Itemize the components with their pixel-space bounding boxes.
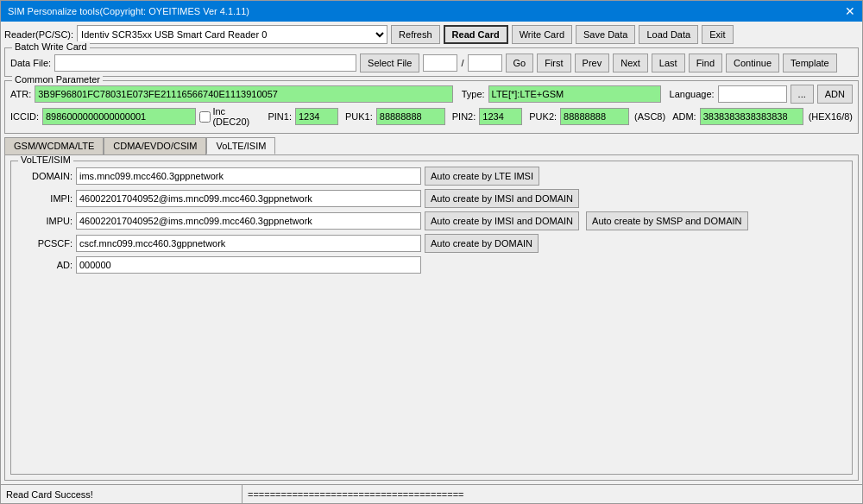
inc-label: Inc (DEC20) xyxy=(212,106,257,127)
find-button[interactable]: Find xyxy=(689,54,722,72)
batch-current[interactable] xyxy=(423,54,457,72)
atr-row: ATR: Type: Language: ... ADN xyxy=(10,85,853,104)
window-title: SIM Personalize tools(Copyright: OYEITIM… xyxy=(8,6,249,16)
hex168-label: (HEX16/8) xyxy=(809,111,853,122)
language-input[interactable] xyxy=(718,85,787,103)
adm-input[interactable] xyxy=(700,108,803,125)
pcscf-row: PCSCF: Auto create by DOMAIN xyxy=(16,234,847,253)
status-left: Read Card Success! xyxy=(1,485,243,503)
batch-write-title: Batch Write Card xyxy=(12,41,90,52)
tab-content: VoLTE/ISIM DOMAIN: Auto create by LTE IM… xyxy=(4,154,859,481)
separator: / xyxy=(461,58,463,68)
refresh-button[interactable]: Refresh xyxy=(391,25,440,44)
go-button[interactable]: Go xyxy=(506,54,534,72)
select-file-button[interactable]: Select File xyxy=(360,54,419,72)
atr-label: ATR: xyxy=(10,89,31,99)
data-file-input[interactable] xyxy=(54,54,356,72)
data-file-label: Data File: xyxy=(10,58,51,68)
puk1-label: PUK1: xyxy=(345,111,373,122)
tab-bar: GSM/WCDMA/LTE CDMA/EVDO/CSIM VoLTE/ISIM xyxy=(4,137,859,154)
ad-label: AD: xyxy=(16,260,72,270)
pcscf-input[interactable] xyxy=(76,235,421,252)
language-btn[interactable]: ... xyxy=(791,85,814,104)
impi-row: IMPI: Auto create by IMSI and DOMAIN xyxy=(16,189,847,208)
iccid-row: ICCID: Inc (DEC20) PIN1: PUK1: PIN2: PUK… xyxy=(10,106,853,127)
ad-row: AD: xyxy=(16,256,847,274)
close-icon[interactable]: ✕ xyxy=(845,4,855,18)
pin2-input[interactable] xyxy=(479,108,522,125)
pcscf-label: PCSCF: xyxy=(16,238,72,249)
pin1-input[interactable] xyxy=(295,108,338,125)
batch-write-row: Data File: Select File / Go First Prev N… xyxy=(10,54,853,72)
domain-label: DOMAIN: xyxy=(16,171,72,181)
prev-button[interactable]: Prev xyxy=(575,54,610,72)
tab-volte[interactable]: VoLTE/ISIM xyxy=(206,137,275,154)
domain-input[interactable] xyxy=(76,167,421,185)
volte-group: VoLTE/ISIM DOMAIN: Auto create by LTE IM… xyxy=(10,161,853,475)
first-button[interactable]: First xyxy=(537,54,570,72)
continue-button[interactable]: Continue xyxy=(726,54,779,72)
iccid-label: ICCID: xyxy=(10,111,39,122)
asc8-label: (ASC8) xyxy=(634,111,665,122)
volte-group-title: VoLTE/ISIM xyxy=(18,154,73,165)
language-label: Language: xyxy=(670,89,715,99)
reader-select[interactable]: Identiv SCR35xx USB Smart Card Reader 0 xyxy=(77,25,387,44)
title-bar: SIM Personalize tools(Copyright: OYEITIM… xyxy=(1,1,862,22)
batch-total[interactable] xyxy=(468,54,502,72)
domain-auto-btn[interactable]: Auto create by LTE IMSI xyxy=(425,167,539,186)
reader-label: Reader(PC/SC): xyxy=(4,29,73,40)
common-param-title: Common Parameter xyxy=(12,74,103,85)
last-button[interactable]: Last xyxy=(652,54,685,72)
reader-row: Reader(PC/SC): Identiv SCR35xx USB Smart… xyxy=(4,25,859,44)
save-data-button[interactable]: Save Data xyxy=(576,25,635,44)
inc-checkbox[interactable] xyxy=(199,111,211,123)
impu-auto-btn2[interactable]: Auto create by SMSP and DOMAIN xyxy=(586,211,747,230)
exit-button[interactable]: Exit xyxy=(702,25,733,44)
pin1-label: PIN1: xyxy=(268,111,292,122)
impu-auto-btn1[interactable]: Auto create by IMSI and DOMAIN xyxy=(425,211,579,230)
iccid-input[interactable] xyxy=(42,108,196,125)
impu-input[interactable] xyxy=(76,212,421,230)
puk2-input[interactable] xyxy=(560,108,629,125)
write-card-button[interactable]: Write Card xyxy=(512,25,572,44)
load-data-button[interactable]: Load Data xyxy=(639,25,698,44)
impi-label: IMPI: xyxy=(16,193,72,204)
status-right: ======================================= xyxy=(243,489,862,500)
impi-auto-btn[interactable]: Auto create by IMSI and DOMAIN xyxy=(425,189,579,208)
main-content: Reader(PC/SC): Identiv SCR35xx USB Smart… xyxy=(1,22,862,484)
impu-label: IMPU: xyxy=(16,216,72,226)
next-button[interactable]: Next xyxy=(613,54,648,72)
impi-input[interactable] xyxy=(76,190,421,207)
status-bar: Read Card Success! =====================… xyxy=(1,484,862,503)
tab-cdma[interactable]: CDMA/EVDO/CSIM xyxy=(104,137,206,154)
main-window: SIM Personalize tools(Copyright: OYEITIM… xyxy=(0,0,863,504)
pcscf-auto-btn[interactable]: Auto create by DOMAIN xyxy=(425,234,539,253)
template-button[interactable]: Template xyxy=(783,54,837,72)
type-label: Type: xyxy=(462,89,485,99)
impu-row: IMPU: Auto create by IMSI and DOMAIN Aut… xyxy=(16,211,847,230)
domain-row: DOMAIN: Auto create by LTE IMSI xyxy=(16,167,847,186)
adm-label: ADM: xyxy=(672,111,696,122)
type-input[interactable] xyxy=(488,85,661,103)
inc-checkbox-group: Inc (DEC20) xyxy=(199,106,257,127)
common-param-group: Common Parameter ATR: Type: Language: ..… xyxy=(4,80,859,134)
atr-input[interactable] xyxy=(35,85,452,103)
ad-input[interactable] xyxy=(76,256,421,274)
adn-button[interactable]: ADN xyxy=(817,85,853,104)
pin2-label: PIN2: xyxy=(452,111,476,122)
puk2-label: PUK2: xyxy=(529,111,557,122)
read-card-button[interactable]: Read Card xyxy=(444,25,508,44)
tab-gsm[interactable]: GSM/WCDMA/LTE xyxy=(4,137,104,154)
batch-write-group: Batch Write Card Data File: Select File … xyxy=(4,47,859,77)
puk1-input[interactable] xyxy=(376,108,445,125)
